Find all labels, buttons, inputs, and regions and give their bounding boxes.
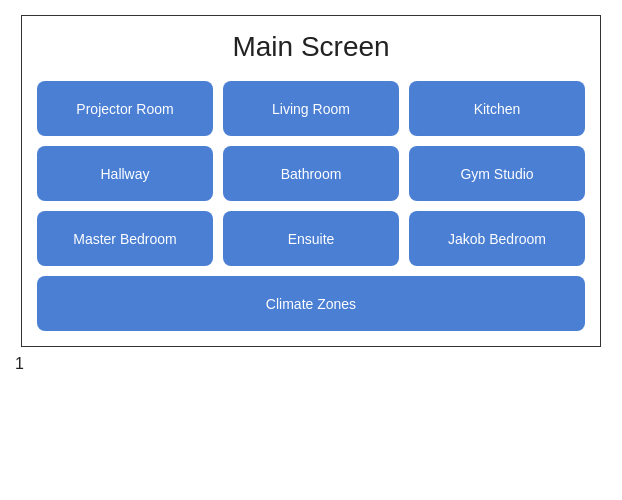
hallway-button[interactable]: Hallway	[37, 146, 213, 201]
page-number: 1	[15, 355, 24, 373]
jakob-bedroom-button[interactable]: Jakob Bedroom	[409, 211, 585, 266]
projector-room-button[interactable]: Projector Room	[37, 81, 213, 136]
room-grid-row1: Projector Room Living Room Kitchen	[37, 81, 585, 136]
gym-studio-button[interactable]: Gym Studio	[409, 146, 585, 201]
kitchen-button[interactable]: Kitchen	[409, 81, 585, 136]
bathroom-button[interactable]: Bathroom	[223, 146, 399, 201]
room-grid-row2: Hallway Bathroom Gym Studio	[37, 146, 585, 201]
climate-zones-button[interactable]: Climate Zones	[37, 276, 585, 331]
ensuite-button[interactable]: Ensuite	[223, 211, 399, 266]
screen-title: Main Screen	[37, 31, 585, 63]
master-bedroom-button[interactable]: Master Bedroom	[37, 211, 213, 266]
living-room-button[interactable]: Living Room	[223, 81, 399, 136]
main-panel: Main Screen Projector Room Living Room K…	[21, 15, 601, 347]
room-grid-row3: Master Bedroom Ensuite Jakob Bedroom	[37, 211, 585, 266]
